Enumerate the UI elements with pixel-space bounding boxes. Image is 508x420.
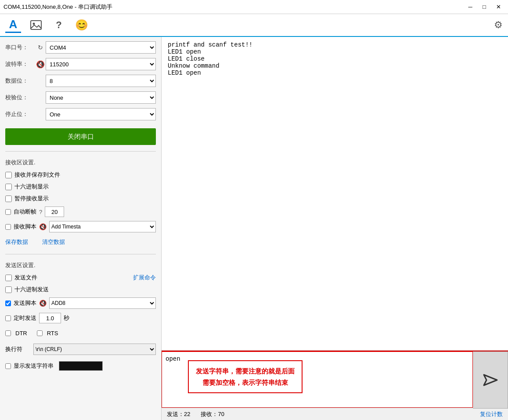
color-picker[interactable] [59,361,103,371]
receive-count: 70 [218,411,224,417]
refresh-icon[interactable]: ↻ [35,44,46,51]
baudrate-icon: 🔇 [35,60,46,69]
receive-settings-title: 接收区设置. [5,159,156,167]
send-script-label: 发送脚本 [14,299,36,307]
main-content: 串口号： ↻ COM4 波特率： 🔇 115200 数据位： 8 校验位： [0,37,508,420]
send-label: 发送： [167,410,184,418]
help-icon[interactable]: ? [51,17,67,33]
auto-frame-input[interactable] [45,206,64,217]
toolbar: A ? 😊 ⚙ [0,14,508,37]
send-textarea[interactable]: open [162,351,473,408]
auto-frame-checkbox[interactable] [5,209,11,215]
font-icon[interactable]: A [5,17,21,33]
pause-display-checkbox[interactable] [5,196,12,202]
title-bar: COM4,115200,None,8,One - 串口调试助手 ─ □ ✕ [0,0,508,14]
reset-count-button[interactable]: 复位计数 [480,410,503,418]
send-settings-title: 发送区设置. [5,261,156,269]
links-row: 保存数据 清空数据 [5,238,156,246]
auto-frame-question[interactable]: ? [39,209,42,215]
image-icon[interactable] [28,17,44,33]
close-port-button[interactable]: 关闭串口 [5,128,156,145]
auto-frame-row: 自动断帧 ? [5,206,156,217]
timed-send-checkbox[interactable] [5,315,11,321]
hex-send-label: 十六进制发送 [14,286,49,293]
receive-script-icon[interactable]: 🔇 [39,223,47,230]
show-send-label: 显示发送字符串 [14,362,54,370]
clear-data-button[interactable]: 清空数据 [42,238,65,246]
svg-rect-0 [31,21,41,29]
send-script-checkbox[interactable] [5,301,11,306]
timed-send-row: 定时发送 秒 [5,313,156,323]
dtr-rts-row: DTR RTS [5,330,156,337]
save-data-button[interactable]: 保存数据 [5,238,28,246]
port-select[interactable]: COM4 [46,41,156,54]
baudrate-label: 波特率： [5,60,35,68]
receive-script-checkbox[interactable] [5,224,11,230]
status-bar: 发送： 22 接收： 70 复位计数 [162,408,508,420]
expand-cmd-button[interactable]: 扩展命令 [133,274,156,282]
baudrate-select[interactable]: 115200 [46,58,156,70]
show-send-checkbox[interactable] [5,363,11,369]
pause-display-label: 暂停接收显示 [14,195,49,203]
hex-send-checkbox[interactable] [5,286,12,293]
send-file-label: 发送文件 [14,274,37,282]
dtr-label: DTR [15,330,27,337]
gear-icon[interactable]: ⚙ [494,19,503,31]
rts-label: RTS [47,330,58,337]
send-script-icon[interactable]: 🔇 [39,300,47,307]
send-file-row: 发送文件 扩展命令 [5,274,156,282]
hex-display-row: 十六进制显示 [5,183,156,191]
port-label: 串口号： [5,43,35,51]
send-button[interactable] [473,351,508,409]
parity-row: 校验位： None [5,91,156,104]
rts-checkbox[interactable] [37,330,43,336]
auto-frame-label: 自动断帧 [14,208,36,216]
send-file-checkbox[interactable] [5,275,12,281]
send-area-container: open 发送字符串，需要注意的就是后面 需要加空格，表示字符串结束 [162,351,508,408]
left-panel: 串口号： ↻ COM4 波特率： 🔇 115200 数据位： 8 校验位： [0,37,162,420]
send-count: 22 [184,411,190,417]
receive-script-select[interactable]: Add Timesta [49,221,156,232]
databits-select[interactable]: 8 [46,75,156,87]
show-send-row: 显示发送字符串 [5,361,156,371]
receive-script-label: 接收脚本 [14,223,36,231]
newline-label: 换行符 [5,345,31,353]
receive-script-row: 接收脚本 🔇 Add Timesta [5,221,156,232]
send-script-row: 发送脚本 🔇 ADD8 [5,297,156,309]
save-to-file-label: 接收并保存到文件 [14,171,60,179]
minimize-button[interactable]: ─ [464,2,476,12]
dtr-checkbox[interactable] [5,330,11,336]
svg-marker-2 [484,375,497,385]
send-textarea-wrapper: open 发送字符串，需要注意的就是后面 需要加空格，表示字符串结束 [162,351,473,408]
hex-send-row: 十六进制发送 [5,286,156,293]
save-to-file-checkbox[interactable] [5,172,12,178]
hex-display-label: 十六进制显示 [14,183,49,191]
newline-select[interactable]: \r\n (CRLF) [33,344,156,355]
timed-send-unit: 秒 [64,314,69,322]
receive-area[interactable]: printf and scanf test!! LED1 open LED1 c… [162,37,508,351]
smiley-icon[interactable]: 😊 [74,17,90,33]
pause-display-row: 暂停接收显示 [5,195,156,203]
timed-send-input[interactable] [39,313,61,323]
baudrate-row: 波特率： 🔇 115200 [5,58,156,70]
newline-row: 换行符 \r\n (CRLF) [5,344,156,355]
app-title: COM4,115200,None,8,One - 串口调试助手 [4,3,112,11]
stopbits-row: 停止位： One [5,108,156,120]
close-button[interactable]: ✕ [492,2,504,12]
maximize-button[interactable]: □ [478,2,490,12]
right-panel: printf and scanf test!! LED1 open LED1 c… [162,37,508,420]
hex-display-checkbox[interactable] [5,184,12,190]
timed-send-label: 定时发送 [14,314,36,322]
stopbits-select[interactable]: One [46,108,156,120]
parity-select[interactable]: None [46,91,156,104]
svg-point-1 [33,23,35,25]
send-script-select[interactable]: ADD8 [49,297,156,309]
databits-row: 数据位： 8 [5,75,156,87]
save-to-file-row: 接收并保存到文件 [5,171,156,179]
receive-label: 接收： [201,410,218,418]
port-row: 串口号： ↻ COM4 [5,41,156,54]
databits-label: 数据位： [5,77,35,85]
parity-label: 校验位： [5,94,35,101]
stopbits-label: 停止位： [5,110,35,118]
